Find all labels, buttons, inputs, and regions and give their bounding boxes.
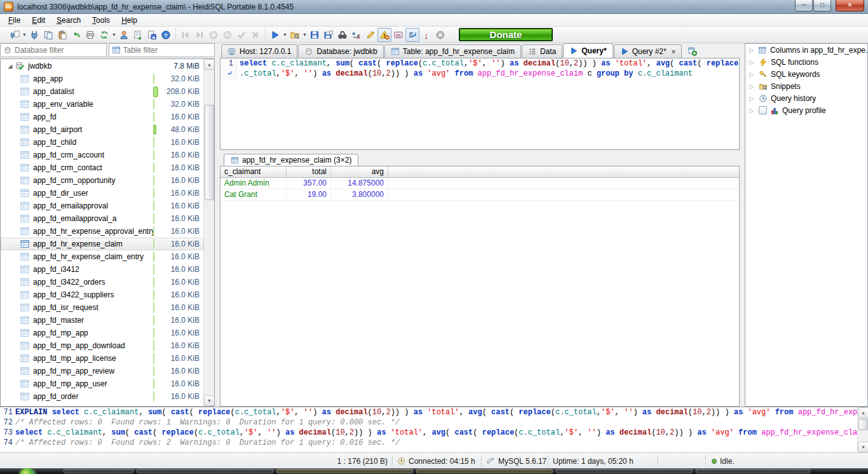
table-filter-input[interactable] <box>123 46 212 55</box>
tree-table-row[interactable]: app_datalist208.0 KiB <box>1 85 203 98</box>
menu-file[interactable]: File <box>3 15 26 26</box>
scroll-down-arrow-icon[interactable]: ▼ <box>204 395 215 406</box>
tree-table-row[interactable]: app_fd_master16.0 KiB <box>1 314 203 327</box>
reformat-button[interactable] <box>363 28 377 42</box>
grid-cell[interactable]: 357.00 <box>287 178 331 189</box>
helper-query-profile[interactable]: ▷Query profile <box>745 104 867 116</box>
log-line[interactable]: 73select c.c_claimant, sum( cast( replac… <box>0 428 868 438</box>
donate-button[interactable]: Donate <box>459 28 553 41</box>
cancel-editing-button[interactable] <box>248 28 262 42</box>
database-filter-box[interactable] <box>0 43 107 57</box>
load-sql-file-button[interactable] <box>288 28 302 42</box>
tab-query[interactable]: Query* <box>563 43 613 58</box>
hex-literals-toggle[interactable]: 0x <box>391 28 405 42</box>
save-sql-button[interactable] <box>308 28 322 42</box>
column-header-c_claimant[interactable]: c_claimant <box>220 166 287 177</box>
sql-editor[interactable]: 1select c.c_claimant, sum( cast( replace… <box>220 58 740 150</box>
session-manager-button[interactable] <box>8 28 22 42</box>
menu-edit[interactable]: Edit <box>26 15 51 26</box>
start-orb-icon[interactable] <box>19 468 36 474</box>
taskbar-button[interactable] <box>696 469 810 473</box>
log-line[interactable]: 74/* Affected rows: 0 Found rows: 2 Warn… <box>0 438 868 448</box>
editor-line[interactable]: .c_total,'$', '') as decimal(10,2)) ) as… <box>220 69 739 81</box>
tree-table-row[interactable]: app_fd_airport48.0 KiB <box>1 123 203 136</box>
taskbar-button[interactable] <box>276 469 413 473</box>
disconnect-button[interactable] <box>27 28 41 42</box>
grid-cell[interactable]: Admin Admin <box>220 178 287 189</box>
minimize-button[interactable]: ─ <box>795 0 813 11</box>
tree-table-row[interactable]: app_fd_i3422_suppliers16.0 KiB <box>1 288 203 301</box>
column-header-total[interactable]: total <box>287 166 331 177</box>
tab-table-app-fd-hr-expense-claim[interactable]: Table: app_fd_hr_expense_claim <box>384 44 521 58</box>
tree-table-row[interactable]: app_fd_i3422_orders16.0 KiB <box>1 276 203 288</box>
new-query-tab-button[interactable] <box>688 46 697 56</box>
menu-search[interactable]: Search <box>51 15 86 26</box>
post-changes-button[interactable] <box>234 28 248 42</box>
tree-table-row[interactable]: app_fd_crm_contact16.0 KiB <box>1 161 203 174</box>
grid-cell[interactable]: 14.875000 <box>331 178 388 189</box>
save-settings-button[interactable] <box>145 28 159 42</box>
scroll-down-arrow-icon[interactable]: ▼ <box>858 442 868 452</box>
load-sql-file-button-dropdown[interactable]: ▼ <box>302 28 308 42</box>
tree-table-row[interactable]: app_fd_hr_expense_claim16.0 KiB <box>1 238 203 250</box>
tree-table-row[interactable]: app_fd16.0 KiB <box>1 111 203 123</box>
replace-button[interactable]: ab <box>349 28 363 42</box>
taskbar-button[interactable] <box>137 469 273 473</box>
scroll-up-arrow-icon[interactable]: ▲ <box>858 407 868 418</box>
log-scrollbar[interactable]: ▲ ▼ <box>857 407 868 452</box>
taskbar-button[interactable] <box>556 469 693 473</box>
tree-table-row[interactable]: app_fd_mp_app_review16.0 KiB <box>1 365 203 377</box>
insert-record-button[interactable] <box>207 28 220 42</box>
log-line[interactable]: 72/* Affected rows: 0 Found rows: 1 Warn… <box>0 417 868 428</box>
tree-database-row[interactable]: ◢jwdbkb7.8 MiB <box>1 60 203 72</box>
close-button[interactable]: ✕ <box>836 0 864 11</box>
grid-row[interactable]: Admin Admin357.0014.875000 <box>220 178 739 189</box>
tree-table-row[interactable]: app_fd_mp_app_download16.0 KiB <box>1 339 203 352</box>
first-record-button[interactable] <box>179 28 193 42</box>
tree-table-row[interactable]: app_fd_crm_opportunity16.0 KiB <box>1 174 203 187</box>
save-sql-as-button[interactable] <box>322 28 336 42</box>
expander-collapsed-icon[interactable]: ▷ <box>748 83 756 90</box>
delete-record-button[interactable] <box>220 28 234 42</box>
scroll-up-arrow-icon[interactable]: ▲ <box>204 59 215 70</box>
bind-params-toggle[interactable] <box>405 28 419 42</box>
tree-table-row[interactable]: app_fd_hr_expense_claim_entry16.0 KiB <box>1 250 203 263</box>
menu-tools[interactable]: Tools <box>86 15 116 26</box>
grid-row[interactable]: Cat Grant19.003.800000 <box>220 189 739 201</box>
delimiter-button[interactable]: ; <box>419 28 433 42</box>
paste-button[interactable] <box>55 28 69 42</box>
tab-data[interactable]: Data <box>522 44 562 58</box>
tab-host-127-0-0-1[interactable]: Host: 127.0.0.1 <box>221 44 297 58</box>
user-manager-button[interactable] <box>117 28 131 42</box>
helper-sql-functions[interactable]: ▷SQL functions <box>745 56 867 68</box>
undo-button[interactable] <box>69 28 83 42</box>
tree-table-row[interactable]: app_fd_mp_app16.0 KiB <box>1 327 203 339</box>
tab-database-jwdbkb[interactable]: Database: jwdbkb <box>298 44 383 58</box>
tree-table-row[interactable]: app_fd_mp_app_user16.0 KiB <box>1 377 203 390</box>
column-header-avg[interactable]: avg <box>331 166 388 177</box>
grid-cell[interactable]: 19.00 <box>287 189 331 200</box>
expander-collapsed-icon[interactable]: ▷ <box>748 71 756 78</box>
taskbar-button[interactable] <box>64 469 133 473</box>
tree-scrollbar[interactable]: ▲ ▼ <box>203 59 214 406</box>
editor-line[interactable]: 1select c.c_claimant, sum( cast( replace… <box>220 58 739 69</box>
helper-columns-in-app-fd-hr-expe[interactable]: ▷Columns in app_fd_hr_expe... <box>745 44 867 56</box>
menu-help[interactable]: Help <box>116 15 143 26</box>
expander-collapsed-icon[interactable]: ▷ <box>748 59 756 65</box>
tree-table-row[interactable]: app_fd_isr_request16.0 KiB <box>1 301 203 314</box>
refresh-button-dropdown[interactable]: ▼ <box>111 28 117 42</box>
tree-table-row[interactable]: app_fd_dir_user16.0 KiB <box>1 187 203 200</box>
tree-table-row[interactable]: app_fd_child16.0 KiB <box>1 136 203 149</box>
tree-table-row[interactable]: app_env_variable32.0 KiB <box>1 98 203 111</box>
tree-table-row[interactable]: app_fd_hr_expense_approval_entry16.0 KiB <box>1 225 203 238</box>
tab-query-2[interactable]: Query #2*× <box>614 44 682 58</box>
run-query-button[interactable] <box>268 28 282 42</box>
tree-table-row[interactable]: app_app32.0 KiB <box>1 72 203 85</box>
run-query-button-dropdown[interactable]: ▼ <box>282 28 288 42</box>
expander-collapsed-icon[interactable]: ▷ <box>748 107 756 114</box>
tree-table-row[interactable]: app_fd_emailapproval_a16.0 KiB <box>1 212 203 225</box>
tree-table-row[interactable]: app_fd_order16.0 KiB <box>1 390 203 403</box>
tree-table-row[interactable]: app_fd_emailapproval16.0 KiB <box>1 200 203 212</box>
database-filter-input[interactable] <box>15 46 104 55</box>
stop-on-errors-toggle[interactable] <box>377 28 391 42</box>
